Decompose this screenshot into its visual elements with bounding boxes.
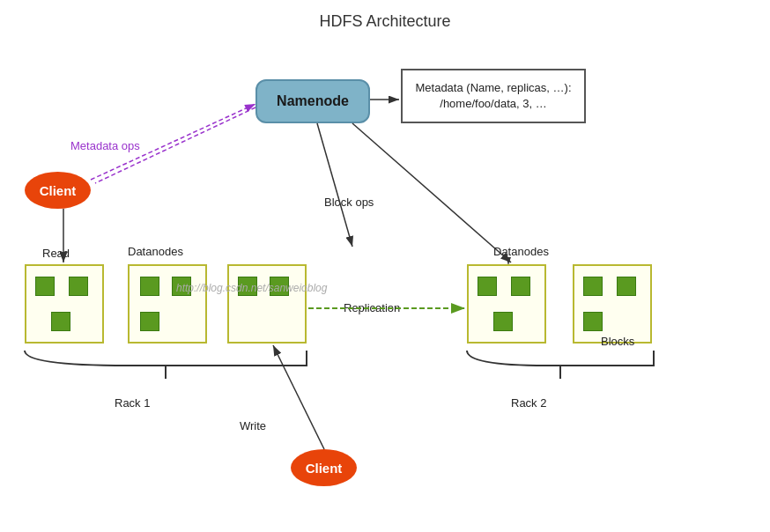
blocks-label: Blocks	[601, 335, 634, 348]
metadata-ops-label: Metadata ops	[70, 139, 140, 152]
datanode-4	[467, 264, 546, 344]
svg-line-10	[273, 345, 324, 449]
metadata-box: Metadata (Name, replicas, …):/home/foo/d…	[401, 69, 586, 123]
arrows-svg	[0, 0, 770, 532]
client-left: Client	[25, 172, 91, 209]
svg-line-11	[352, 123, 511, 262]
block-1c	[51, 312, 70, 331]
page-title: HDFS Architecture	[0, 12, 770, 31]
block-ops-label: Block ops	[324, 196, 374, 209]
metadata-label: Metadata (Name, replicas, …):/home/foo/d…	[415, 80, 571, 112]
datanode-3	[227, 264, 307, 344]
write-label: Write	[240, 419, 266, 432]
datanode-5	[573, 264, 652, 344]
block-2a	[140, 277, 159, 296]
datanode-1	[25, 264, 104, 344]
svg-line-7	[317, 123, 352, 247]
block-2c	[140, 312, 159, 331]
block-4c	[493, 312, 513, 331]
block-5b	[617, 277, 636, 296]
rack2-label: Rack 2	[511, 396, 546, 410]
block-4a	[478, 277, 497, 296]
block-1b	[69, 277, 88, 296]
diagram: HDFS Architecture Namenode Metadata (Nam…	[0, 0, 770, 532]
block-4b	[511, 277, 530, 296]
block-5a	[583, 277, 603, 296]
client-bottom: Client	[291, 449, 357, 486]
datanodes-left-label: Datanodes	[128, 245, 183, 258]
rack1-label: Rack 1	[115, 396, 150, 410]
read-label: Read	[42, 247, 70, 260]
block-5c	[583, 312, 603, 331]
block-1a	[35, 277, 55, 296]
namenode-box: Namenode	[255, 79, 370, 123]
namenode-label: Namenode	[277, 93, 349, 109]
datanode-2	[128, 264, 207, 344]
replication-label: Replication	[344, 301, 400, 314]
watermark: http://blog.csdn.net/sanweioblog	[176, 282, 327, 294]
datanodes-right-label: Datanodes	[493, 245, 549, 258]
